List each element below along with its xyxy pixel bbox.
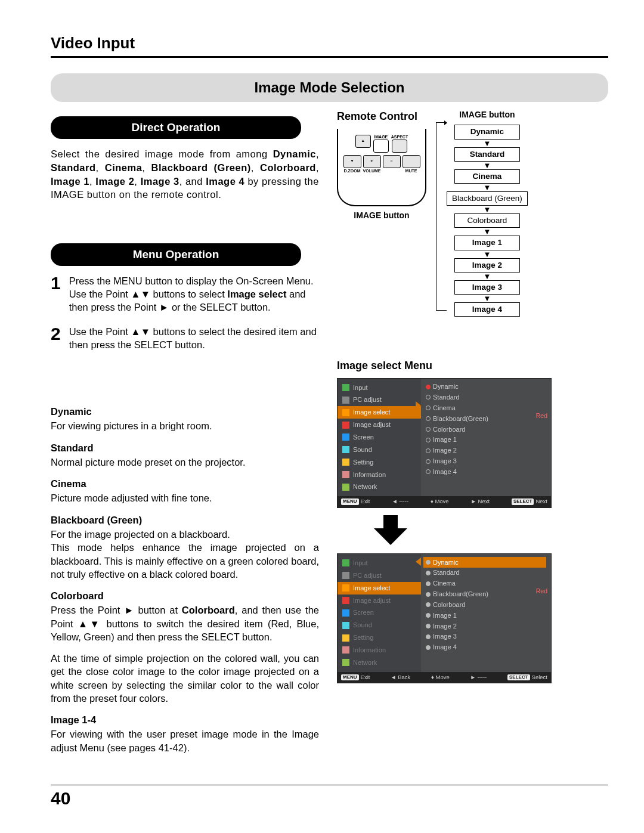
osd-menu-item: Image select [338, 582, 421, 594]
osd-menu-icon [342, 422, 349, 429]
step-text: Press the MENU button to display the On-… [69, 274, 319, 314]
remote-control-block: Remote Control ▲ IMAGE ASPECT [337, 109, 426, 221]
osd-menu-item: Screen [338, 431, 421, 444]
osd-option: Image 1 [426, 435, 546, 445]
mode-name: Blackboard (Green) [51, 513, 319, 527]
osd-menu-item: Screen [338, 606, 421, 619]
osd-menu-icon [342, 409, 349, 416]
remote-heading: Remote Control [337, 109, 426, 123]
mode-name: Standard [51, 441, 319, 454]
remote-btn-up: ▲ [355, 135, 371, 148]
osd-menu-icon [342, 484, 349, 491]
mode-block: DynamicFor viewing pictures in a bright … [51, 405, 319, 433]
osd-menu-item: Image adjust [338, 594, 421, 607]
menu-step: 2 Use the Point ▲▼ buttons to select the… [51, 325, 319, 352]
mode-descriptions: DynamicFor viewing pictures in a bright … [51, 405, 319, 754]
left-column: Direct Operation Select the desired imag… [51, 109, 319, 763]
osd-option: Image 4 [426, 466, 546, 477]
mode-desc: For viewing pictures in a bright room. [51, 419, 319, 432]
remote-btn-plus: ＋ [363, 155, 381, 168]
menu-steps: 1 Press the MENU button to display the O… [51, 274, 319, 351]
osd-footer-select: SELECTSelect [507, 674, 547, 682]
osd-menu-item: Setting [338, 631, 421, 644]
osd-option: Blackboard(Green) [426, 589, 546, 600]
osd-heading: Image select Menu [337, 358, 608, 373]
direct-operation-text: Select the desired image mode from among… [51, 147, 319, 202]
osd-menu-item: Network [338, 481, 421, 493]
osd-menu-item: Sound [338, 619, 421, 631]
osd-option: Dynamic [426, 382, 546, 392]
osd-menu-item: Setting [338, 456, 421, 469]
osd-option: Colorboard [426, 424, 546, 435]
osd-menu-label: Screen [353, 433, 374, 442]
osd-footer-next: ► Next [470, 498, 490, 506]
osd-footer-back: ◄ Back [391, 674, 410, 682]
osd-menu-item: Information [338, 644, 421, 657]
osd-menu-icon [342, 584, 349, 592]
osd-menu-label: Setting [353, 458, 373, 467]
flow-arrow-icon: ▼ [483, 185, 491, 190]
step-number: 2 [51, 325, 61, 352]
osd-menu-icon [342, 572, 349, 579]
osd-menu-icon [342, 634, 349, 642]
osd-menu-label: Input [353, 559, 367, 568]
flow-box: Image 4 [454, 302, 520, 317]
page-number: 40 [51, 786, 70, 811]
osd-menu-item: Information [338, 469, 421, 481]
mode-desc: For viewing with the user preset image m… [51, 727, 319, 754]
osd-option: Colorboard [426, 599, 546, 610]
osd-footer-next: ► ----- [470, 674, 487, 682]
osd-pointer-left [416, 558, 421, 566]
osd-menu-item: Input [338, 382, 421, 394]
section-title: Image Mode Selection [51, 73, 608, 102]
page-header: Video Input [51, 33, 608, 58]
osd-menu-label: Network [353, 658, 377, 667]
osd-menu-icon [342, 397, 349, 404]
mode-name: Cinema [51, 477, 319, 490]
osd-option: Cinema [426, 578, 546, 589]
flow-box: Blackboard (Green) [447, 191, 528, 206]
osd-screenshot-1: Input PC adjust Image select Image adjus… [337, 378, 552, 508]
flow-return-line [436, 122, 447, 311]
remote-btn-aspect [392, 140, 407, 153]
osd-option: Image 2 [426, 445, 546, 456]
osd-option: Standard [426, 568, 546, 578]
osd-option: Image 4 [426, 642, 546, 653]
osd-pointer-right [416, 401, 421, 410]
osd-menu-icon [342, 471, 349, 478]
remote-lbl-aspect: ASPECT [391, 135, 408, 139]
osd-menu-icon [342, 646, 349, 654]
remote-lbl-dzoom: D.ZOOM [344, 169, 361, 173]
osd-menu-icon [342, 559, 349, 566]
remote-btn-image [373, 140, 389, 153]
mode-block: StandardNormal picture mode preset on th… [51, 441, 319, 469]
remote-btn-mute [402, 155, 420, 168]
osd-menu-label: Screen [353, 608, 374, 617]
flow-arrow-icon: ▼ [483, 163, 491, 168]
osd-screenshot-2: Input PC adjust Image select Image adjus… [337, 553, 552, 683]
osd-option: Image 2 [426, 621, 546, 631]
step-text: Use the Point ▲▼ buttons to select the d… [69, 325, 319, 352]
osd-menu-icon [342, 384, 349, 391]
right-column: Remote Control ▲ IMAGE ASPECT [337, 109, 608, 763]
flow-arrow-icon: ▼ [483, 296, 491, 301]
osd-menu-label: PC adjust [353, 571, 382, 580]
osd-footer-move: ♦ Move [431, 498, 449, 506]
remote-caption: IMAGE button [337, 210, 426, 221]
step-number: 1 [51, 274, 61, 314]
osd-footer-exit: MENUExit [341, 498, 370, 506]
mode-desc: Normal picture mode preset on the projec… [51, 456, 319, 469]
flow-box: Cinema [454, 169, 520, 184]
flow-box: Image 3 [454, 280, 520, 295]
flow-box: Image 1 [454, 236, 520, 250]
flow-arrow-icon: ▼ [483, 274, 491, 279]
osd-menu-icon [342, 659, 349, 666]
osd-menu-item: Image adjust [338, 419, 421, 431]
mode-name: Image 1-4 [51, 713, 319, 726]
flow-arrow-icon: ▼ [483, 229, 491, 234]
mode-name: Colorboard [51, 589, 319, 602]
osd-menu-icon [342, 459, 349, 466]
osd-footer-move: ♦ Move [431, 674, 450, 682]
remote-btn-minus: － [383, 155, 401, 168]
osd-menu-label: Network [353, 482, 377, 491]
